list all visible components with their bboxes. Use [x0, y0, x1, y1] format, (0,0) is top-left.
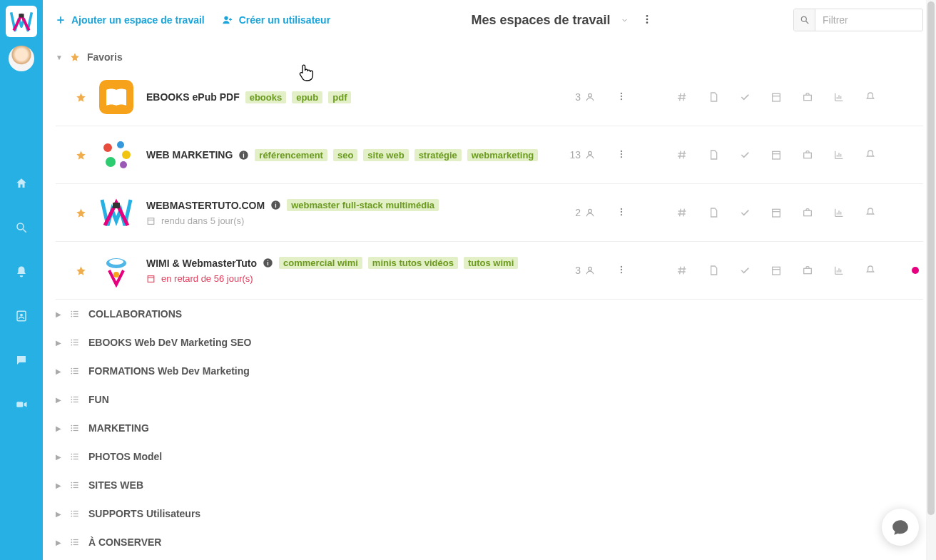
logo-icon [9, 9, 34, 34]
workspace-menu-button[interactable] [608, 265, 635, 277]
workspace-row[interactable]: WEBMASTERTUTO.COM i webmaster full-stack… [56, 184, 923, 242]
workspace-row[interactable]: EBOOKS ePub PDF ebooks epub pdf3 [56, 68, 923, 126]
list-icon [70, 337, 80, 347]
star-icon [70, 52, 80, 62]
hash-icon[interactable] [676, 91, 688, 103]
svg-point-106 [71, 487, 72, 489]
briefcase-icon[interactable] [802, 265, 813, 276]
bell-icon[interactable] [865, 149, 876, 161]
category-row[interactable]: ▶EBOOKS Web DeV Marketing SEO [56, 328, 923, 357]
workspace-row[interactable]: WIMI & WebmasterTuto i commercial wimi m… [56, 242, 923, 300]
notification-dot [912, 267, 919, 274]
svg-point-13 [646, 21, 648, 24]
stats-icon[interactable] [833, 265, 845, 276]
svg-point-33 [621, 150, 622, 151]
favorite-star-icon[interactable] [76, 208, 86, 218]
add-workspace-button[interactable]: Ajouter un espace de travail [56, 14, 205, 26]
check-icon[interactable] [739, 207, 751, 218]
category-name: FORMATIONS Web Dev Marketing [88, 365, 250, 377]
stats-icon[interactable] [833, 91, 845, 103]
filter-input[interactable] [815, 10, 922, 30]
favorites-section-header[interactable]: ▼ Favoris [56, 40, 923, 68]
svg-point-28 [106, 157, 116, 167]
svg-point-53 [113, 272, 119, 278]
svg-point-69 [71, 313, 72, 315]
calendar-icon[interactable] [770, 265, 782, 276]
svg-rect-36 [773, 151, 780, 159]
workspace-tools [676, 265, 876, 276]
workspace-tools [676, 149, 876, 161]
video-icon[interactable] [15, 398, 28, 411]
category-row[interactable]: ▶PHOTOS Model [56, 442, 923, 471]
search-icon[interactable] [15, 221, 28, 234]
contacts-icon[interactable] [15, 310, 28, 322]
category-row[interactable]: ▶À CONSERVER [56, 528, 923, 556]
chat-bubble-icon [891, 518, 910, 536]
category-row[interactable]: ▶FUN [56, 385, 923, 414]
document-icon[interactable] [708, 149, 719, 161]
category-name: EBOOKS Web DeV Marketing SEO [88, 337, 251, 348]
bell-icon[interactable] [865, 91, 876, 103]
briefcase-icon[interactable] [802, 91, 813, 103]
magnifier-icon [800, 15, 810, 25]
bell-icon[interactable] [865, 265, 876, 276]
svg-point-44 [589, 209, 592, 213]
workspace-body: WIMI & WebmasterTuto i commercial wimi m… [146, 257, 546, 284]
svg-point-86 [71, 397, 72, 398]
workspace-menu-button[interactable] [608, 207, 635, 219]
topbar-menu-button[interactable] [641, 14, 653, 27]
caret-right-icon: ▶ [56, 510, 61, 518]
caret-right-icon: ▶ [56, 339, 61, 347]
workspace-menu-button[interactable] [608, 91, 635, 103]
scrollbar-thumb[interactable] [927, 1, 935, 515]
calendar-icon[interactable] [770, 149, 782, 161]
search-button[interactable] [794, 9, 815, 31]
create-user-button[interactable]: Créer un utilisateur [222, 14, 330, 26]
category-row[interactable]: ▶MARKETING [56, 414, 923, 442]
home-icon[interactable] [15, 177, 28, 190]
favorite-star-icon[interactable] [76, 265, 86, 276]
workspace-selector[interactable]: Mes espaces de travail [471, 13, 628, 28]
workspace-members: 13 [559, 149, 595, 161]
chat-icon[interactable] [15, 354, 28, 367]
svg-point-104 [71, 482, 72, 484]
list-icon [70, 452, 80, 462]
category-row[interactable]: ▶COLLABORATIONS [56, 300, 923, 328]
document-icon[interactable] [708, 207, 719, 218]
workspace-row[interactable]: WEB MARKETING i référencement seo site w… [56, 126, 923, 184]
calendar-icon[interactable] [770, 91, 782, 103]
svg-point-12 [646, 18, 648, 20]
check-icon[interactable] [739, 265, 751, 276]
svg-point-32 [589, 151, 592, 155]
workspace-body: EBOOKS ePub PDF ebooks epub pdf [146, 91, 546, 103]
briefcase-icon[interactable] [802, 207, 813, 218]
stats-icon[interactable] [833, 207, 845, 218]
bell-icon[interactable] [865, 207, 876, 218]
user-avatar[interactable] [9, 46, 34, 71]
bell-icon[interactable] [15, 265, 28, 278]
app-logo[interactable] [6, 6, 37, 37]
svg-point-47 [621, 213, 622, 215]
workspace-name: EBOOKS ePub PDF [146, 91, 240, 103]
calendar-icon[interactable] [770, 207, 782, 218]
list-icon [70, 423, 80, 433]
briefcase-icon[interactable] [802, 149, 813, 161]
favorite-star-icon[interactable] [76, 150, 86, 161]
category-row[interactable]: ▶FORMATIONS Web Dev Marketing [56, 357, 923, 385]
hash-icon[interactable] [676, 207, 688, 218]
document-icon[interactable] [708, 265, 719, 276]
workspace-tag: pdf [328, 91, 351, 103]
hash-icon[interactable] [676, 149, 688, 161]
favorite-star-icon[interactable] [76, 92, 86, 103]
document-icon[interactable] [708, 91, 719, 103]
category-row[interactable]: ▶SITES WEB [56, 471, 923, 499]
category-row[interactable]: ▶SUPPORTS Utilisateurs [56, 499, 923, 528]
svg-point-34 [621, 153, 622, 154]
chat-widget-button[interactable] [882, 509, 919, 546]
scrollbar-track[interactable] [926, 0, 936, 560]
check-icon[interactable] [739, 91, 751, 103]
check-icon[interactable] [739, 149, 751, 161]
hash-icon[interactable] [676, 265, 688, 276]
workspace-menu-button[interactable] [608, 149, 635, 161]
stats-icon[interactable] [833, 149, 845, 161]
